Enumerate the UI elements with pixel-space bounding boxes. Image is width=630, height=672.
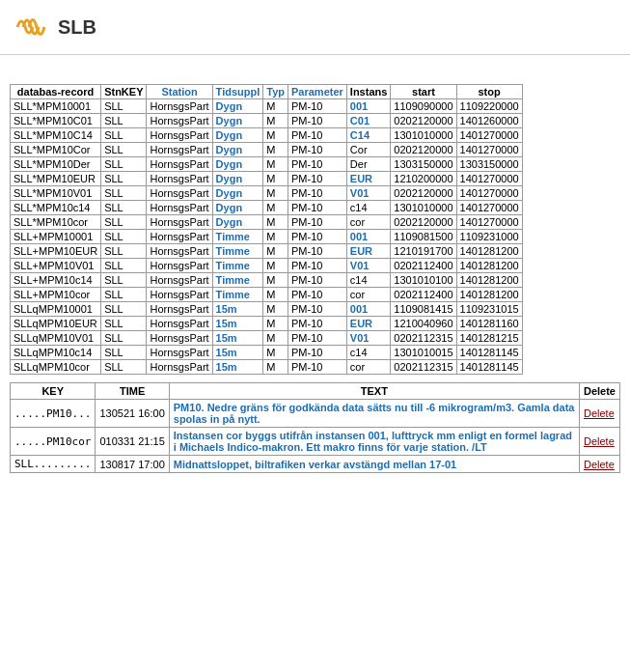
list-item: SLL......... 130817 17:00 Midnattsloppet… xyxy=(11,456,620,473)
cell-tids[interactable]: Dygn xyxy=(212,114,263,128)
bottom-key: SLL......... xyxy=(11,456,96,473)
cell-station: HornsgsPart xyxy=(147,346,212,360)
cell-station: HornsgsPart xyxy=(147,259,212,273)
cell-stn: SLL xyxy=(101,346,147,360)
cell-record[interactable]: SLL*MPM10001 xyxy=(11,99,101,114)
cell-record[interactable]: SLL+MPM10c14 xyxy=(11,273,101,288)
cell-record[interactable]: SLL*MPM10c14 xyxy=(11,201,101,215)
delete-link[interactable]: Delete xyxy=(579,400,619,428)
cell-param: PM-10 xyxy=(288,331,347,346)
cell-tids[interactable]: 15m xyxy=(212,331,263,346)
cell-tids[interactable]: Dygn xyxy=(212,201,263,215)
cell-tids[interactable]: Dygn xyxy=(212,172,263,186)
event-key-line xyxy=(0,55,630,76)
cell-tids[interactable]: Dygn xyxy=(212,157,263,172)
cell-stop: 1401281160 xyxy=(456,317,522,331)
cell-param: PM-10 xyxy=(288,128,347,143)
cell-instans: EUR xyxy=(346,244,391,259)
th-param[interactable]: Parameter xyxy=(288,85,347,99)
cell-start: 0202112400 xyxy=(391,288,456,302)
cell-instans: V01 xyxy=(346,186,391,201)
cell-stop: 1401270000 xyxy=(456,186,522,201)
cell-record[interactable]: SLL+MPM10V01 xyxy=(11,259,101,273)
cell-record[interactable]: SLLqMPM10c14 xyxy=(11,346,101,360)
cell-station: HornsgsPart xyxy=(147,215,212,230)
cell-record[interactable]: SLLqMPM10cor xyxy=(11,360,101,375)
bth-text: TEXT xyxy=(169,383,579,400)
cell-record[interactable]: SLL+MPM10EUR xyxy=(11,244,101,259)
cell-param: PM-10 xyxy=(288,143,347,157)
cell-stop: 1109220000 xyxy=(456,99,522,114)
cell-typ: M xyxy=(263,99,288,114)
cell-record[interactable]: SLL*MPM10V01 xyxy=(11,186,101,201)
cell-record[interactable]: SLL*MPM10EUR xyxy=(11,172,101,186)
cell-record[interactable]: SLL*MPM10cor xyxy=(11,215,101,230)
cell-param: PM-10 xyxy=(288,244,347,259)
cell-param: PM-10 xyxy=(288,172,347,186)
cell-stn: SLL xyxy=(101,172,147,186)
delete-link[interactable]: Delete xyxy=(579,428,619,456)
cell-tids[interactable]: Dygn xyxy=(212,186,263,201)
cell-tids[interactable]: 15m xyxy=(212,360,263,375)
cell-tids[interactable]: 15m xyxy=(212,302,263,317)
cell-typ: M xyxy=(263,172,288,186)
cell-stn: SLL xyxy=(101,317,147,331)
cell-tids[interactable]: Dygn xyxy=(212,143,263,157)
cell-record[interactable]: SLL*MPM10C01 xyxy=(11,114,101,128)
cell-stn: SLL xyxy=(101,215,147,230)
cell-param: PM-10 xyxy=(288,230,347,244)
cell-tids[interactable]: Timme xyxy=(212,259,263,273)
th-tids[interactable]: Tidsuppl xyxy=(212,85,263,99)
cell-tids[interactable]: Timme xyxy=(212,273,263,288)
cell-typ: M xyxy=(263,157,288,172)
cell-record[interactable]: SLL*MPM10Cor xyxy=(11,143,101,157)
th-typ[interactable]: Typ xyxy=(263,85,288,99)
table-row: SLL+MPM10V01 SLL HornsgsPart Timme M PM-… xyxy=(11,259,523,273)
cell-tids[interactable]: 15m xyxy=(212,317,263,331)
bottom-key: .....PM10cor xyxy=(11,428,96,456)
cell-tids[interactable]: Dygn xyxy=(212,128,263,143)
cell-stn: SLL xyxy=(101,302,147,317)
cell-station: HornsgsPart xyxy=(147,288,212,302)
cell-tids[interactable]: 15m xyxy=(212,346,263,360)
cell-instans: cor xyxy=(346,215,391,230)
bth-time: TIME xyxy=(96,383,169,400)
cell-record[interactable]: SLLqMPM10V01 xyxy=(11,331,101,346)
cell-tids[interactable]: Timme xyxy=(212,288,263,302)
delete-link[interactable]: Delete xyxy=(579,456,619,473)
table-row: SLL*MPM10V01 SLL HornsgsPart Dygn M PM-1… xyxy=(11,186,523,201)
cell-tids[interactable]: Dygn xyxy=(212,215,263,230)
cell-record[interactable]: SLL+MPM10001 xyxy=(11,230,101,244)
cell-record[interactable]: SLL+MPM10cor xyxy=(11,288,101,302)
restart-link-container xyxy=(0,76,630,82)
th-station[interactable]: Station xyxy=(147,85,212,99)
cell-start: 1109090000 xyxy=(391,99,456,114)
cell-station: HornsgsPart xyxy=(147,128,212,143)
page-header: SLB xyxy=(0,0,630,55)
cell-record[interactable]: SLLqMPM10EUR xyxy=(11,317,101,331)
cell-stop: 1401281145 xyxy=(456,346,522,360)
cell-typ: M xyxy=(263,230,288,244)
cell-stn: SLL xyxy=(101,157,147,172)
table-row: SLLqMPM10EUR SLL HornsgsPart 15m M PM-10… xyxy=(11,317,523,331)
table-row: SLL*MPM10001 SLL HornsgsPart Dygn M PM-1… xyxy=(11,99,523,114)
cell-record[interactable]: SLL*MPM10Der xyxy=(11,157,101,172)
cell-station: HornsgsPart xyxy=(147,201,212,215)
cell-instans: c14 xyxy=(346,346,391,360)
th-instans: Instans xyxy=(346,85,391,99)
cell-param: PM-10 xyxy=(288,259,347,273)
cell-stop: 1401281200 xyxy=(456,288,522,302)
th-stop: stop xyxy=(456,85,522,99)
bottom-text: Midnattsloppet, biltrafiken verkar avstä… xyxy=(169,456,579,473)
cell-record[interactable]: SLLqMPM10001 xyxy=(11,302,101,317)
cell-stop: 1401281145 xyxy=(456,360,522,375)
cell-tids[interactable]: Dygn xyxy=(212,99,263,114)
cell-tids[interactable]: Timme xyxy=(212,230,263,244)
cell-tids[interactable]: Timme xyxy=(212,244,263,259)
cell-stop: 1401281200 xyxy=(456,244,522,259)
cell-typ: M xyxy=(263,143,288,157)
cell-stn: SLL xyxy=(101,143,147,157)
cell-instans: V01 xyxy=(346,259,391,273)
cell-record[interactable]: SLL*MPM10C14 xyxy=(11,128,101,143)
cell-station: HornsgsPart xyxy=(147,114,212,128)
